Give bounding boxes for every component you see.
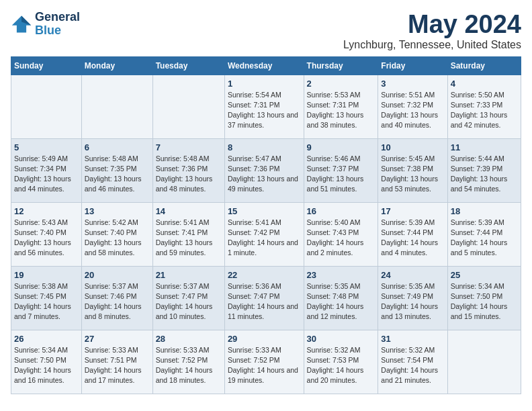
day-info: Sunrise: 5:39 AMSunset: 7:44 PMDaylight:… <box>381 218 444 259</box>
day-number: 11 <box>451 142 518 152</box>
day-cell: 7Sunrise: 5:48 AMSunset: 7:36 PMDaylight… <box>152 138 224 202</box>
day-number: 19 <box>14 270 79 280</box>
day-cell: 28Sunrise: 5:33 AMSunset: 7:52 PMDayligh… <box>152 330 224 394</box>
header-saturday: Saturday <box>447 56 521 75</box>
day-cell: 11Sunrise: 5:44 AMSunset: 7:39 PMDayligh… <box>447 138 521 202</box>
day-number: 26 <box>14 334 79 344</box>
day-info: Sunrise: 5:43 AMSunset: 7:40 PMDaylight:… <box>14 218 79 259</box>
day-number: 15 <box>228 206 301 216</box>
day-info: Sunrise: 5:46 AMSunset: 7:37 PMDaylight:… <box>307 154 375 195</box>
day-cell: 18Sunrise: 5:39 AMSunset: 7:44 PMDayligh… <box>447 202 521 266</box>
logo-bird-icon <box>11 13 32 35</box>
day-number: 21 <box>156 270 222 280</box>
day-number: 29 <box>228 334 301 344</box>
day-cell: 29Sunrise: 5:33 AMSunset: 7:52 PMDayligh… <box>224 330 304 394</box>
day-info: Sunrise: 5:51 AMSunset: 7:32 PMDaylight:… <box>381 90 444 131</box>
day-number: 9 <box>307 142 375 152</box>
day-cell: 16Sunrise: 5:40 AMSunset: 7:43 PMDayligh… <box>304 202 378 266</box>
header-tuesday: Tuesday <box>152 56 224 75</box>
day-number: 27 <box>85 334 150 344</box>
day-cell: 1Sunrise: 5:54 AMSunset: 7:31 PMDaylight… <box>224 75 304 138</box>
day-cell: 21Sunrise: 5:37 AMSunset: 7:47 PMDayligh… <box>152 266 224 330</box>
day-info: Sunrise: 5:37 AMSunset: 7:46 PMDaylight:… <box>85 281 150 322</box>
day-cell: 27Sunrise: 5:33 AMSunset: 7:51 PMDayligh… <box>81 330 152 394</box>
day-info: Sunrise: 5:34 AMSunset: 7:50 PMDaylight:… <box>14 345 79 386</box>
day-info: Sunrise: 5:48 AMSunset: 7:36 PMDaylight:… <box>156 154 222 195</box>
day-cell <box>447 330 521 394</box>
day-cell: 15Sunrise: 5:41 AMSunset: 7:42 PMDayligh… <box>224 202 304 266</box>
day-cell: 3Sunrise: 5:51 AMSunset: 7:32 PMDaylight… <box>378 75 447 138</box>
day-cell <box>11 75 82 138</box>
day-number: 30 <box>307 334 375 344</box>
header: General Blue May 2024 Lynchburg, Tenness… <box>11 11 521 51</box>
day-number: 23 <box>307 270 375 280</box>
day-info: Sunrise: 5:44 AMSunset: 7:39 PMDaylight:… <box>451 154 518 195</box>
title-area: May 2024 Lynchburg, Tennessee, United St… <box>343 11 521 51</box>
logo: General Blue <box>11 11 80 38</box>
calendar-table: SundayMondayTuesdayWednesdayThursdayFrid… <box>11 56 521 394</box>
week-row-4: 19Sunrise: 5:38 AMSunset: 7:45 PMDayligh… <box>11 266 521 330</box>
day-number: 12 <box>14 206 79 216</box>
day-info: Sunrise: 5:53 AMSunset: 7:31 PMDaylight:… <box>307 90 375 131</box>
week-row-1: 1Sunrise: 5:54 AMSunset: 7:31 PMDaylight… <box>11 75 521 138</box>
calendar-title: May 2024 <box>343 11 521 39</box>
day-info: Sunrise: 5:42 AMSunset: 7:40 PMDaylight:… <box>85 218 150 259</box>
day-cell: 26Sunrise: 5:34 AMSunset: 7:50 PMDayligh… <box>11 330 82 394</box>
week-row-3: 12Sunrise: 5:43 AMSunset: 7:40 PMDayligh… <box>11 202 521 266</box>
day-number: 25 <box>451 270 518 280</box>
day-cell: 17Sunrise: 5:39 AMSunset: 7:44 PMDayligh… <box>378 202 447 266</box>
day-number: 6 <box>85 142 150 152</box>
day-cell <box>152 75 224 138</box>
day-number: 1 <box>228 79 301 89</box>
day-cell: 9Sunrise: 5:46 AMSunset: 7:37 PMDaylight… <box>304 138 378 202</box>
header-sunday: Sunday <box>11 56 82 75</box>
day-info: Sunrise: 5:50 AMSunset: 7:33 PMDaylight:… <box>451 90 518 131</box>
day-cell: 10Sunrise: 5:45 AMSunset: 7:38 PMDayligh… <box>378 138 447 202</box>
logo-text: General Blue <box>35 11 80 38</box>
day-number: 14 <box>156 206 222 216</box>
day-number: 10 <box>381 142 444 152</box>
day-info: Sunrise: 5:34 AMSunset: 7:50 PMDaylight:… <box>451 281 518 322</box>
header-friday: Friday <box>378 56 447 75</box>
day-info: Sunrise: 5:41 AMSunset: 7:41 PMDaylight:… <box>156 218 222 259</box>
day-info: Sunrise: 5:41 AMSunset: 7:42 PMDaylight:… <box>228 218 301 259</box>
day-info: Sunrise: 5:36 AMSunset: 7:47 PMDaylight:… <box>228 281 301 322</box>
header-wednesday: Wednesday <box>224 56 304 75</box>
day-cell: 5Sunrise: 5:49 AMSunset: 7:34 PMDaylight… <box>11 138 82 202</box>
day-number: 24 <box>381 270 444 280</box>
day-number: 18 <box>451 206 518 216</box>
day-info: Sunrise: 5:37 AMSunset: 7:47 PMDaylight:… <box>156 281 222 322</box>
day-cell: 22Sunrise: 5:36 AMSunset: 7:47 PMDayligh… <box>224 266 304 330</box>
day-info: Sunrise: 5:35 AMSunset: 7:49 PMDaylight:… <box>381 281 444 322</box>
calendar-subtitle: Lynchburg, Tennessee, United States <box>343 39 521 51</box>
day-cell: 14Sunrise: 5:41 AMSunset: 7:41 PMDayligh… <box>152 202 224 266</box>
day-cell: 6Sunrise: 5:48 AMSunset: 7:35 PMDaylight… <box>81 138 152 202</box>
header-monday: Monday <box>81 56 152 75</box>
day-cell: 25Sunrise: 5:34 AMSunset: 7:50 PMDayligh… <box>447 266 521 330</box>
day-cell: 31Sunrise: 5:32 AMSunset: 7:54 PMDayligh… <box>378 330 447 394</box>
day-cell: 2Sunrise: 5:53 AMSunset: 7:31 PMDaylight… <box>304 75 378 138</box>
day-number: 8 <box>228 142 301 152</box>
day-number: 22 <box>228 270 301 280</box>
day-info: Sunrise: 5:48 AMSunset: 7:35 PMDaylight:… <box>85 154 150 195</box>
day-number: 7 <box>156 142 222 152</box>
day-number: 31 <box>381 334 444 344</box>
day-number: 13 <box>85 206 150 216</box>
day-number: 17 <box>381 206 444 216</box>
day-info: Sunrise: 5:54 AMSunset: 7:31 PMDaylight:… <box>228 90 301 131</box>
day-number: 5 <box>14 142 79 152</box>
day-number: 20 <box>85 270 150 280</box>
day-info: Sunrise: 5:33 AMSunset: 7:52 PMDaylight:… <box>228 345 301 386</box>
day-number: 16 <box>307 206 375 216</box>
week-row-5: 26Sunrise: 5:34 AMSunset: 7:50 PMDayligh… <box>11 330 521 394</box>
day-cell: 24Sunrise: 5:35 AMSunset: 7:49 PMDayligh… <box>378 266 447 330</box>
day-info: Sunrise: 5:39 AMSunset: 7:44 PMDaylight:… <box>451 218 518 259</box>
day-cell: 19Sunrise: 5:38 AMSunset: 7:45 PMDayligh… <box>11 266 82 330</box>
day-cell: 4Sunrise: 5:50 AMSunset: 7:33 PMDaylight… <box>447 75 521 138</box>
week-row-2: 5Sunrise: 5:49 AMSunset: 7:34 PMDaylight… <box>11 138 521 202</box>
day-info: Sunrise: 5:38 AMSunset: 7:45 PMDaylight:… <box>14 281 79 322</box>
day-number: 3 <box>381 79 444 89</box>
day-info: Sunrise: 5:32 AMSunset: 7:54 PMDaylight:… <box>381 345 444 386</box>
day-cell: 12Sunrise: 5:43 AMSunset: 7:40 PMDayligh… <box>11 202 82 266</box>
day-info: Sunrise: 5:49 AMSunset: 7:34 PMDaylight:… <box>14 154 79 195</box>
